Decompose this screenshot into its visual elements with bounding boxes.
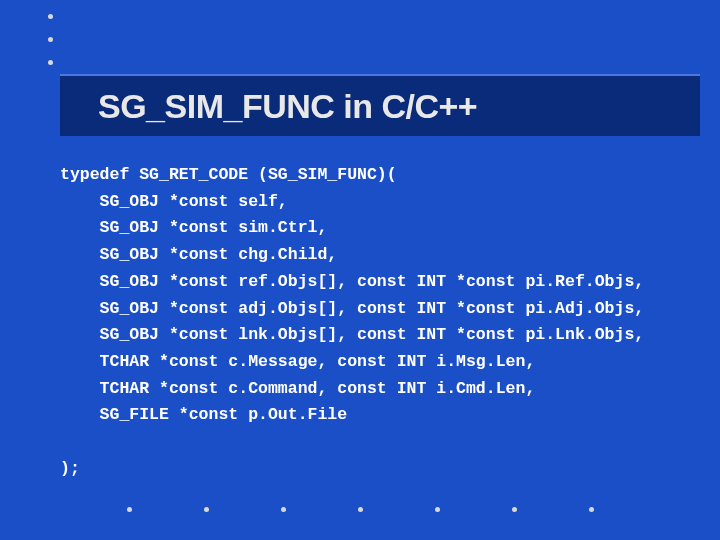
bottom-bullet-row	[0, 507, 720, 512]
code-line: SG_OBJ *const sim.Ctrl,	[60, 218, 327, 237]
title-bar: SG_SIM_FUNC in C/C++	[60, 74, 700, 136]
bullet-dot	[512, 507, 517, 512]
code-block: typedef SG_RET_CODE (SG_SIM_FUNC)( SG_OB…	[60, 162, 700, 483]
bullet-dot	[281, 507, 286, 512]
top-bullet-list	[48, 14, 53, 83]
code-line: SG_FILE *const p.Out.File	[60, 405, 347, 424]
code-line: SG_OBJ *const self,	[60, 192, 288, 211]
bullet-dot	[358, 507, 363, 512]
bullet-dot	[204, 507, 209, 512]
slide-title: SG_SIM_FUNC in C/C++	[98, 87, 477, 126]
bullet-dot	[127, 507, 132, 512]
code-line: SG_OBJ *const adj.Objs[], const INT *con…	[60, 299, 644, 318]
code-line: SG_OBJ *const lnk.Objs[], const INT *con…	[60, 325, 644, 344]
code-line: );	[60, 459, 80, 478]
bullet-dot	[589, 507, 594, 512]
bullet-dot	[48, 37, 53, 42]
code-line: typedef SG_RET_CODE (SG_SIM_FUNC)(	[60, 165, 397, 184]
bullet-dot	[48, 60, 53, 65]
code-line: TCHAR *const c.Command, const INT i.Cmd.…	[60, 379, 535, 398]
code-line: SG_OBJ *const chg.Child,	[60, 245, 337, 264]
code-line: TCHAR *const c.Message, const INT i.Msg.…	[60, 352, 535, 371]
code-line: SG_OBJ *const ref.Objs[], const INT *con…	[60, 272, 644, 291]
bullet-dot	[435, 507, 440, 512]
bullet-dot	[48, 14, 53, 19]
